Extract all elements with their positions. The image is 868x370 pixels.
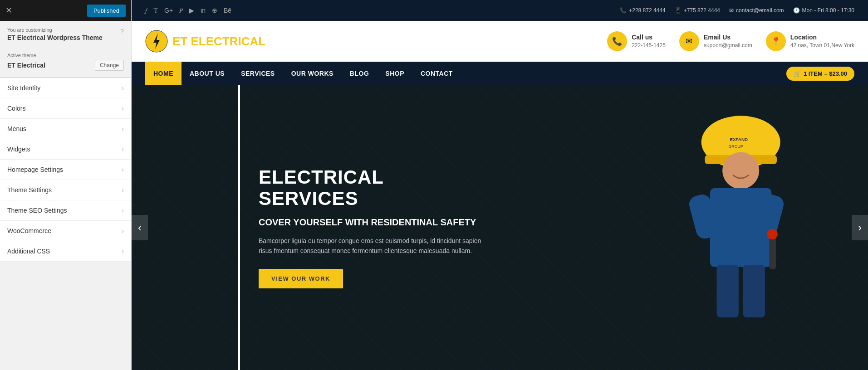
menu-item-theme-seo-settings[interactable]: Theme SEO Settings› <box>0 200 131 221</box>
chevron-icon: › <box>122 125 124 132</box>
logo-icon <box>145 30 168 53</box>
hero-worker-image: EXPAND GROUP <box>650 107 823 370</box>
active-theme-section: Active theme ET Electrical Change <box>0 46 131 78</box>
pinterest-icon[interactable]: 𝑃 <box>179 7 183 15</box>
info-value: support@gmail.com <box>704 42 752 49</box>
site-header: ET ELECTRICAL 📞 Call us 222-145-1425 ✉ E… <box>132 21 868 62</box>
chevron-icon: › <box>122 146 124 153</box>
behance-icon[interactable]: Bē <box>224 7 231 15</box>
youtube-icon[interactable]: ▶ <box>189 7 194 15</box>
active-theme-name: ET Electrical <box>7 62 45 69</box>
close-button[interactable]: ✕ <box>5 5 12 15</box>
hero-subtitle: COVER YOURSELF WITH RESIDENTINAL SAFETY <box>259 217 485 228</box>
header-info-box-1: ✉ Email Us support@gmail.com <box>679 31 752 51</box>
info-label: Call us <box>632 33 666 42</box>
cart-icon: 🛒 <box>794 70 801 77</box>
customizing-section: You are customizing ET Electrical Wordpr… <box>0 21 131 46</box>
change-theme-button[interactable]: Change <box>95 60 124 71</box>
menu-item-colors[interactable]: Colors› <box>0 98 131 119</box>
info-value: 42 oas, Town 01,New York <box>790 42 854 49</box>
info-value: 222-145-1425 <box>632 42 666 49</box>
svg-text:GROUP: GROUP <box>729 144 743 149</box>
published-button[interactable]: Published <box>87 5 126 17</box>
chevron-icon: › <box>122 105 124 112</box>
linkedin-icon[interactable]: in <box>201 7 206 15</box>
contact-info: 📞 +228 872 4444 📱 +775 872 4444 ✉ contac… <box>620 7 854 14</box>
hero-cta-button[interactable]: VIEW OUR WORK <box>259 269 343 288</box>
slider-prev-button[interactable]: ‹ <box>132 215 148 240</box>
email-contact: ✉ contact@email.com <box>729 7 784 14</box>
menu-item-homepage-settings[interactable]: Homepage Settings› <box>0 160 131 180</box>
menu-item-theme-settings[interactable]: Theme Settings› <box>0 180 131 200</box>
menu-item-additional-css[interactable]: Additional CSS› <box>0 241 131 262</box>
active-theme-label: Active theme <box>7 53 124 58</box>
globe-icon[interactable]: ⊕ <box>212 7 217 15</box>
logo-text: ET ELECTRICAL <box>172 34 265 49</box>
info-icon: 📞 <box>607 31 627 51</box>
phone-primary: 📞 +228 872 4444 <box>620 7 665 14</box>
chevron-icon: › <box>122 186 124 194</box>
svg-text:EXPAND: EXPAND <box>730 137 748 142</box>
help-icon[interactable]: ? <box>120 27 124 35</box>
menu-item-site-identity[interactable]: Site Identity› <box>0 78 131 98</box>
svg-rect-12 <box>717 265 739 317</box>
info-icon: ✉ <box>679 31 699 51</box>
menu-item-menus[interactable]: Menus› <box>0 119 131 139</box>
twitter-icon[interactable]: 𝕋 <box>153 7 158 15</box>
chevron-icon: › <box>122 84 124 92</box>
top-bar: ✕ Published <box>0 0 131 21</box>
customizer-menu: Site Identity›Colors›Menus›Widgets›Homep… <box>0 78 131 262</box>
nav-item-blog[interactable]: BLOG <box>342 62 377 85</box>
hero-title: ELECTRICAL SERVICES <box>259 167 485 209</box>
svg-point-11 <box>767 229 778 239</box>
cart-button[interactable]: 🛒1 ITEM – $23.00 <box>786 67 854 81</box>
info-label: Location <box>790 33 854 42</box>
site-preview: 𝑓 𝕋 G+ 𝑃 ▶ in ⊕ Bē 📞 +228 872 4444 📱 +77… <box>132 0 868 370</box>
nav-item-home[interactable]: HOME <box>145 62 181 85</box>
customizing-title: ET Electrical Wordpress Theme <box>7 34 103 41</box>
chevron-icon: › <box>122 248 124 255</box>
social-icons: 𝑓 𝕋 G+ 𝑃 ▶ in ⊕ Bē <box>145 7 231 15</box>
svg-rect-13 <box>743 265 765 317</box>
chevron-icon: › <box>122 207 124 214</box>
hero-content: ELECTRICAL SERVICES COVER YOURSELF WITH … <box>132 167 485 288</box>
customizing-label: You are customizing <box>7 27 103 33</box>
logo-area: ET ELECTRICAL <box>145 30 265 53</box>
hero-description: Bamcorper ligula eu tempor congue eros e… <box>259 236 485 256</box>
phone-secondary: 📱 +775 872 4444 <box>675 7 720 14</box>
slider-next-button[interactable]: › <box>852 215 868 240</box>
social-bar: 𝑓 𝕋 G+ 𝑃 ▶ in ⊕ Bē 📞 +228 872 4444 📱 +77… <box>132 0 868 21</box>
hero-section: EXPAND GROUP ELECTRICAL SERVICES <box>132 85 868 370</box>
nav-item-about[interactable]: ABOUT US <box>181 62 233 85</box>
nav-item-our-works[interactable]: OUR WORKS <box>283 62 342 85</box>
info-icon: 📍 <box>766 31 786 51</box>
menu-item-woocommerce[interactable]: WooCommerce› <box>0 221 131 241</box>
header-info-box-2: 📍 Location 42 oas, Town 01,New York <box>766 31 854 51</box>
facebook-icon[interactable]: 𝑓 <box>145 7 147 15</box>
header-info-box-0: 📞 Call us 222-145-1425 <box>607 31 666 51</box>
chevron-icon: › <box>122 227 124 234</box>
header-info: 📞 Call us 222-145-1425 ✉ Email Us suppor… <box>607 31 854 51</box>
nav-item-services[interactable]: SERVICES <box>233 62 283 85</box>
info-label: Email Us <box>704 33 752 42</box>
googleplus-icon[interactable]: G+ <box>164 7 173 15</box>
nav-item-contact[interactable]: CONTACT <box>412 62 461 85</box>
main-navigation: HOMEABOUT USSERVICESOUR WORKSBLOGSHOPCON… <box>132 62 868 85</box>
menu-item-widgets[interactable]: Widgets› <box>0 139 131 160</box>
chevron-icon: › <box>122 166 124 173</box>
nav-item-shop[interactable]: SHOP <box>377 62 412 85</box>
svg-rect-10 <box>770 234 776 269</box>
customizer-panel: ✕ Published You are customizing ET Elect… <box>0 0 132 370</box>
svg-point-6 <box>722 152 759 189</box>
hours-contact: 🕐 Mon - Fri 8:00 - 17:30 <box>793 7 854 14</box>
